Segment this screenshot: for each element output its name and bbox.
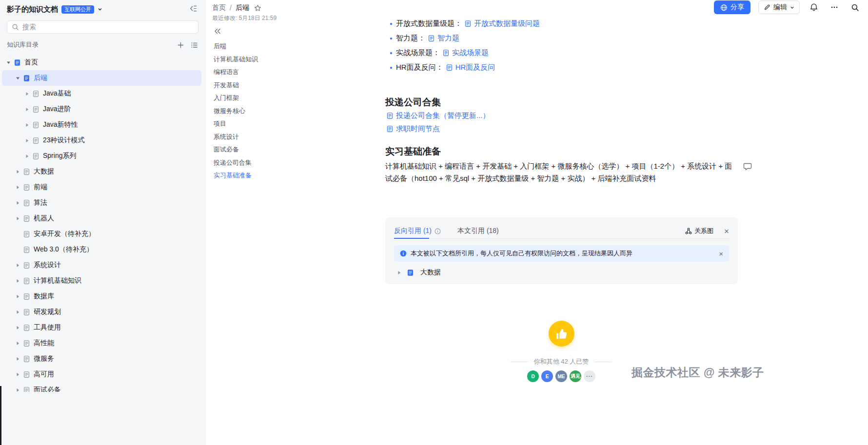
tree-item[interactable]: Spring系列 [2, 148, 201, 164]
tree-item[interactable]: 安卓开发（待补充） [2, 226, 201, 242]
tree-collapsed-icon[interactable] [23, 154, 31, 158]
toc-item[interactable]: 后端 [214, 40, 375, 53]
doc-link-label: 实战场景题 [452, 48, 489, 58]
tree-collapsed-icon[interactable] [23, 138, 31, 143]
bullet-label: 实战场景题： [396, 48, 440, 58]
close-icon[interactable]: × [724, 227, 729, 235]
tree-item-label: 研发规划 [34, 308, 61, 316]
tree-item[interactable]: 后端 [2, 70, 201, 86]
active-tab-underline [394, 238, 429, 239]
tree-collapsed-icon[interactable] [14, 372, 21, 377]
toc-item[interactable]: 入门框架 [214, 92, 375, 105]
edit-button[interactable]: 编辑 [758, 0, 800, 14]
doc-link[interactable]: 求职时间节点 [386, 124, 440, 134]
tree-collapsed-icon[interactable] [14, 341, 21, 346]
tree-item[interactable]: 计算机基础知识 [2, 273, 201, 289]
tree-item[interactable]: 系统设计 [2, 257, 201, 273]
more-options-button[interactable] [828, 1, 841, 14]
collapse-toc-button[interactable] [214, 27, 221, 35]
tree-item-label: 大数据 [34, 167, 54, 176]
toc-item[interactable]: 面试必备 [214, 143, 375, 156]
tree-item[interactable]: Java新特性 [2, 117, 201, 133]
relation-graph-button[interactable]: 关系图 [685, 227, 713, 235]
collapse-sidebar-button[interactable] [189, 4, 197, 13]
tree-item[interactable]: 大数据 [2, 164, 201, 179]
more-avatars-button[interactable]: ··· [584, 370, 595, 382]
doc-link[interactable]: HR面及反问 [446, 63, 495, 72]
doc-link[interactable]: 智力题 [428, 34, 459, 43]
avatar[interactable]: D [527, 370, 539, 382]
doc-icon [386, 125, 394, 133]
tree-collapsed-icon[interactable] [23, 123, 31, 127]
backlink-item[interactable]: 大数据 [394, 268, 729, 277]
tree-item[interactable]: 研发规划 [2, 304, 201, 320]
notifications-button[interactable] [808, 1, 820, 14]
tree-item[interactable]: 23种设计模式 [2, 133, 201, 148]
toc-item[interactable]: 系统设计 [214, 131, 375, 144]
tree-item[interactable]: 工具使用 [2, 320, 201, 335]
tree-collapsed-icon[interactable] [23, 92, 31, 96]
backlinks-tabs: 反向引用 (1) 本文引用 (18) 关系图 [394, 224, 729, 239]
close-icon[interactable]: × [719, 250, 723, 257]
tab-backlinks[interactable]: 反向引用 (1) [394, 227, 441, 235]
toc-item[interactable]: 项目 [214, 117, 375, 131]
doc-link[interactable]: 开放式数据量级问题 [464, 19, 540, 28]
tree-item[interactable]: 机器人 [2, 211, 201, 226]
toc-item[interactable]: 微服务核心 [214, 105, 375, 118]
doc-link[interactable]: 投递公司合集（暂停更新...） [386, 111, 490, 120]
breadcrumb-root[interactable]: 首页 [212, 3, 226, 12]
tree-item[interactable]: 面试必备 [2, 382, 201, 392]
toc-item[interactable]: 实习基础准备 [214, 169, 375, 182]
like-count: 你和其他 42 人已赞 [534, 357, 589, 366]
favorite-star-icon[interactable] [254, 4, 261, 12]
catalog-sort-button[interactable] [191, 41, 198, 49]
tree-item[interactable]: 首页 [2, 55, 201, 70]
tree-collapsed-icon[interactable] [14, 170, 21, 174]
tree-item[interactable]: 前端 [2, 179, 201, 195]
backlinks-notice: 本文被以下文档所引用，每人仅可见自己有权限访问的文档，呈现结果因人而异 × [394, 245, 729, 262]
tree-item[interactable]: 算法 [2, 195, 201, 211]
tree-expanded-icon[interactable] [5, 60, 12, 65]
tree-item-label: 面试必备 [34, 386, 61, 392]
bullet-list: •开放式数据量级题：开放式数据量级问题•智力题：智力题•实战场景题：实战场景题•… [386, 16, 540, 75]
tree-collapsed-icon[interactable] [14, 310, 21, 314]
chevron-down-icon[interactable] [98, 7, 102, 12]
toc-item[interactable]: 计算机基础知识 [214, 53, 375, 66]
tab-forward-links[interactable]: 本文引用 (18) [457, 227, 499, 235]
sidebar-scrollbar[interactable] [0, 386, 1, 445]
toc-item[interactable]: 开发基础 [214, 79, 375, 92]
tree-item[interactable]: Java基础 [2, 86, 201, 101]
doc-link[interactable]: 实战场景题 [442, 48, 489, 58]
tree-expanded-icon[interactable] [14, 76, 21, 80]
tree-collapsed-icon[interactable] [23, 107, 31, 112]
search-button[interactable] [848, 1, 861, 14]
avatar[interactable]: ME [555, 370, 567, 382]
avatar[interactable]: E [541, 370, 553, 382]
tree-collapsed-icon[interactable] [14, 294, 21, 299]
tree-item[interactable]: 高可用 [2, 367, 201, 382]
bullet-icon: • [386, 63, 396, 72]
tree-collapsed-icon[interactable] [14, 279, 21, 283]
tree-collapsed-icon[interactable] [14, 185, 21, 190]
like-button[interactable] [549, 321, 574, 347]
tree-collapsed-icon[interactable] [14, 357, 21, 361]
tree-collapsed-icon[interactable] [14, 216, 21, 221]
tree-item[interactable]: Java进阶 [2, 101, 201, 117]
info-icon[interactable] [434, 228, 441, 234]
avatar[interactable]: 遇见 [570, 370, 581, 382]
tree-collapsed-icon[interactable] [14, 388, 21, 392]
add-page-button[interactable] [177, 41, 184, 49]
tree-collapsed-icon[interactable] [14, 263, 21, 268]
tree-item[interactable]: 数据库 [2, 289, 201, 304]
toc-item[interactable]: 编程语言 [214, 66, 375, 79]
tree-item[interactable]: 高性能 [2, 335, 201, 351]
tree-collapsed-icon[interactable] [395, 271, 402, 275]
tree-collapsed-icon[interactable] [14, 326, 21, 330]
comment-icon[interactable] [743, 162, 752, 171]
doc-icon [23, 293, 30, 300]
toc-item[interactable]: 投递公司合集 [214, 156, 375, 170]
tree-collapsed-icon[interactable] [14, 201, 21, 205]
tree-item[interactable]: Web 3.0（待补充） [2, 242, 201, 257]
search-input[interactable]: 搜索 [7, 20, 198, 34]
tree-item[interactable]: 微服务 [2, 351, 201, 367]
